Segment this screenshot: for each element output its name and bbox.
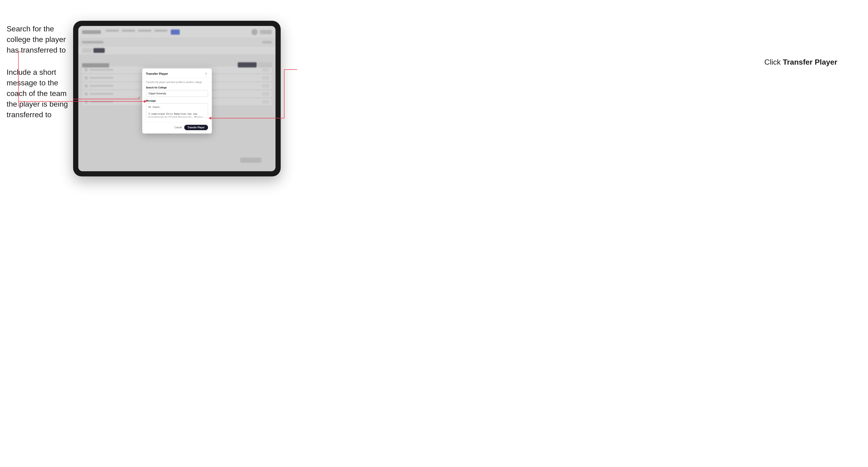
annotation-message-text: Include a short message to the coach of … [7,68,68,119]
message-textarea[interactable]: Hi Coach, I understand Chris Robertson h… [146,103,208,118]
search-college-input[interactable] [146,90,208,97]
modal-footer: Cancel Transfer Player [142,122,212,133]
tablet-device: Transfer Player × Transfer the player an… [73,21,281,177]
message-label: Message [146,99,208,102]
right-annotation: Click Transfer Player [765,58,837,66]
search-college-label: Search for College [146,86,208,89]
annotation-search-text: Search for the college the player has tr… [7,25,66,54]
annotation-click-text: Click [765,58,783,66]
modal-body: Transfer the player and their profile to… [142,78,212,122]
transfer-player-button[interactable]: Transfer Player [184,125,208,130]
modal-close-button[interactable]: × [204,72,208,75]
tablet-screen: Transfer Player × Transfer the player an… [78,26,276,171]
transfer-player-modal: Transfer Player × Transfer the player an… [142,68,212,133]
annotation-transfer-bold: Transfer Player [783,58,837,66]
left-annotation: Search for the college the player has tr… [7,24,70,120]
modal-overlay: Transfer Player × Transfer the player an… [78,26,276,171]
cancel-button[interactable]: Cancel [175,126,182,129]
modal-header: Transfer Player × [142,68,212,78]
modal-description: Transfer the player and their profile to… [146,81,208,84]
modal-title: Transfer Player [146,72,168,75]
